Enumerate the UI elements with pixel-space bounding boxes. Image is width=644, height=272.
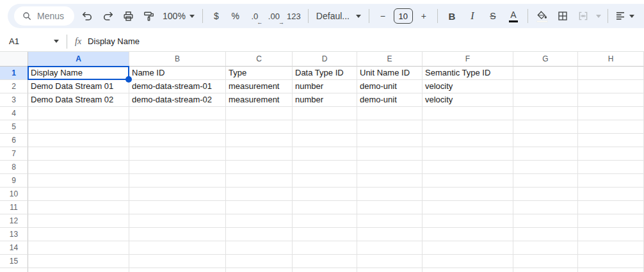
cell-E16[interactable] — [357, 268, 423, 272]
cell-C8[interactable] — [226, 161, 293, 174]
menus-search[interactable]: Menus — [14, 6, 74, 26]
column-header-A[interactable]: A — [28, 52, 129, 67]
cell-B1[interactable]: Name ID — [129, 67, 226, 80]
cell-G9[interactable] — [513, 174, 578, 188]
cell-F8[interactable] — [423, 161, 513, 174]
cell-D9[interactable] — [293, 174, 357, 188]
cell-E2[interactable]: demo-unit — [357, 80, 423, 93]
fill-color-button[interactable] — [532, 6, 552, 26]
row-header-8[interactable]: 8 — [0, 161, 28, 174]
column-header-C[interactable]: C — [226, 52, 293, 67]
cell-E14[interactable] — [357, 241, 423, 255]
cell-A10[interactable] — [28, 188, 129, 201]
cell-F16[interactable] — [423, 268, 513, 272]
cell-H3[interactable] — [578, 93, 644, 107]
cell-G6[interactable] — [513, 134, 578, 147]
cell-F6[interactable] — [423, 134, 513, 147]
row-header-2[interactable]: 2 — [0, 80, 28, 93]
cell-G16[interactable] — [513, 268, 578, 272]
cell-H9[interactable] — [578, 174, 644, 188]
cell-B6[interactable] — [129, 134, 226, 147]
row-header-6[interactable]: 6 — [0, 134, 28, 147]
row-header-3[interactable]: 3 — [0, 93, 28, 107]
row-header-16[interactable] — [0, 268, 28, 272]
cell-B2[interactable]: demo-data-stream-01 — [129, 80, 226, 93]
cell-C1[interactable]: Type — [226, 67, 293, 80]
cell-H5[interactable] — [578, 120, 644, 134]
print-button[interactable] — [118, 6, 138, 26]
cell-H10[interactable] — [578, 188, 644, 201]
cell-A11[interactable] — [28, 201, 129, 214]
cell-D16[interactable] — [293, 268, 357, 272]
cell-D4[interactable] — [293, 107, 357, 120]
cell-F15[interactable] — [423, 255, 513, 268]
cell-G4[interactable] — [513, 107, 578, 120]
cell-C6[interactable] — [226, 134, 293, 147]
cell-C4[interactable] — [226, 107, 293, 120]
column-header-G[interactable]: G — [513, 52, 578, 67]
increase-font-size-button[interactable]: + — [414, 6, 433, 26]
decrease-decimal-button[interactable]: .0← — [245, 6, 264, 26]
cell-A9[interactable] — [28, 174, 129, 188]
cell-C16[interactable] — [226, 268, 293, 272]
cell-B16[interactable] — [129, 268, 226, 272]
cell-H4[interactable] — [578, 107, 644, 120]
cell-A4[interactable] — [28, 107, 129, 120]
cell-B7[interactable] — [129, 147, 226, 161]
cell-C10[interactable] — [226, 188, 293, 201]
strikethrough-button[interactable]: S — [483, 6, 503, 26]
cell-F4[interactable] — [423, 107, 513, 120]
cell-D7[interactable] — [293, 147, 357, 161]
cell-B15[interactable] — [129, 255, 226, 268]
cell-D12[interactable] — [293, 214, 357, 228]
cell-D10[interactable] — [293, 188, 357, 201]
cell-A3[interactable]: Demo Data Stream 02 — [28, 93, 129, 107]
row-header-11[interactable]: 11 — [0, 201, 28, 214]
increase-decimal-button[interactable]: .00→ — [264, 6, 284, 26]
column-header-H[interactable]: H — [578, 52, 644, 67]
cell-D3[interactable]: number — [293, 93, 357, 107]
cell-E12[interactable] — [357, 214, 423, 228]
cell-B5[interactable] — [129, 120, 226, 134]
cell-H15[interactable] — [578, 255, 644, 268]
cell-A1[interactable]: Display Name — [28, 67, 129, 80]
cell-C12[interactable] — [226, 214, 293, 228]
cell-E6[interactable] — [357, 134, 423, 147]
cell-F14[interactable] — [423, 241, 513, 255]
cell-G7[interactable] — [513, 147, 578, 161]
cell-B9[interactable] — [129, 174, 226, 188]
cell-A14[interactable] — [28, 241, 129, 255]
cell-E1[interactable]: Unit Name ID — [357, 67, 423, 80]
cell-A2[interactable]: Demo Data Stream 01 — [28, 80, 129, 93]
cell-B11[interactable] — [129, 201, 226, 214]
cell-E11[interactable] — [357, 201, 423, 214]
cell-C5[interactable] — [226, 120, 293, 134]
undo-button[interactable] — [77, 6, 97, 26]
cell-H8[interactable] — [578, 161, 644, 174]
zoom-control[interactable]: 100% — [159, 11, 198, 21]
borders-button[interactable] — [552, 6, 573, 26]
cell-F5[interactable] — [423, 120, 513, 134]
cell-E10[interactable] — [357, 188, 423, 201]
cell-H7[interactable] — [578, 147, 644, 161]
decrease-font-size-button[interactable]: − — [373, 6, 392, 26]
row-header-15[interactable]: 15 — [0, 255, 28, 268]
cell-D5[interactable] — [293, 120, 357, 134]
cell-B3[interactable]: demo-data-stream-02 — [129, 93, 226, 107]
cell-G3[interactable] — [513, 93, 578, 107]
cell-F3[interactable]: velocity — [423, 93, 513, 107]
cell-A7[interactable] — [28, 147, 129, 161]
cell-C11[interactable] — [226, 201, 293, 214]
cell-C9[interactable] — [226, 174, 293, 188]
cell-F9[interactable] — [423, 174, 513, 188]
cell-E9[interactable] — [357, 174, 423, 188]
cell-A16[interactable] — [28, 268, 129, 272]
row-header-4[interactable]: 4 — [0, 107, 28, 120]
row-header-9[interactable]: 9 — [0, 174, 28, 188]
cell-E7[interactable] — [357, 147, 423, 161]
cell-E5[interactable] — [357, 120, 423, 134]
column-header-F[interactable]: F — [423, 52, 513, 67]
cell-C7[interactable] — [226, 147, 293, 161]
format-currency-button[interactable]: $ — [207, 6, 226, 26]
cell-D8[interactable] — [293, 161, 357, 174]
